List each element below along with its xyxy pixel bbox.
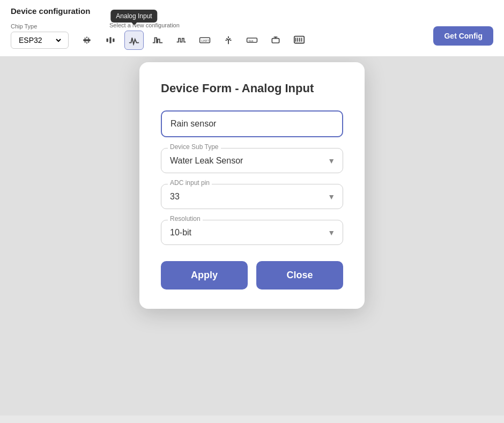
close-button[interactable]: Close xyxy=(256,261,343,290)
device-name-input[interactable] xyxy=(161,110,343,137)
svg-rect-5 xyxy=(107,39,108,42)
pulse-icon-btn[interactable] xyxy=(172,31,191,50)
svg-rect-18 xyxy=(272,39,279,43)
adc-pin-label: ADC input pin xyxy=(168,179,212,187)
config-icons-section: Select a New configuration Analog Input xyxy=(77,22,425,50)
svg-rect-1 xyxy=(85,38,86,43)
digital-icon-btn[interactable] xyxy=(101,31,120,50)
analog-input-icon-btn[interactable]: Analog Input xyxy=(124,31,144,50)
svg-text:UART: UART xyxy=(201,39,210,42)
uart-icon-btn[interactable]: UART xyxy=(195,31,214,50)
svg-rect-7 xyxy=(113,39,114,42)
svg-text:bus: bus xyxy=(249,39,254,42)
modal-card: Device Form - Analog Input Device Sub Ty… xyxy=(139,62,365,309)
sub-type-label: Device Sub Type xyxy=(168,143,221,151)
modal-overlay: Device Form - Analog Input Device Sub Ty… xyxy=(0,57,504,415)
modal-buttons: Apply Close xyxy=(161,261,343,290)
sensor-icon-btn[interactable] xyxy=(219,31,238,50)
bus-icon-btn[interactable]: bus xyxy=(242,31,262,50)
svg-rect-6 xyxy=(109,37,111,43)
adc-pin-select-wrapper: ADC input pin 33 32 34 35 36 39 ▼ xyxy=(161,184,343,209)
svg-rect-3 xyxy=(86,42,87,43)
svg-rect-4 xyxy=(88,38,90,43)
display-icon-btn[interactable] xyxy=(290,31,309,50)
resolution-group: Resolution 10-bit 12-bit 11-bit 9-bit ▼ xyxy=(161,220,343,245)
app-title: Device configuration xyxy=(11,6,493,16)
modal-title: Device Form - Analog Input xyxy=(161,81,343,95)
sub-type-select-wrapper: Device Sub Type Water Leak Sensor Moistu… xyxy=(161,148,343,173)
device-name-group xyxy=(161,110,343,137)
chip-type-section: Chip Type ESP32 ESP8266 ESP32-S2 xyxy=(11,23,69,49)
resolution-select-wrapper: Resolution 10-bit 12-bit 11-bit 9-bit ▼ xyxy=(161,220,343,245)
config-label: Select a New configuration xyxy=(109,22,425,28)
top-bar: Device configuration Chip Type ESP32 ESP… xyxy=(0,0,504,57)
config-icons: Analog Input xyxy=(77,31,425,50)
sub-type-group: Device Sub Type Water Leak Sensor Moistu… xyxy=(161,148,343,173)
servo-icon-btn[interactable] xyxy=(266,31,285,50)
apply-button[interactable]: Apply xyxy=(161,261,248,290)
chip-type-select[interactable]: ESP32 ESP8266 ESP32-S2 xyxy=(17,35,63,45)
get-config-button[interactable]: Get Config xyxy=(433,26,493,46)
main-area: Device Form - Analog Input Device Sub Ty… xyxy=(0,57,504,415)
sub-type-select[interactable]: Water Leak Sensor Moisture Sensor Flow S… xyxy=(161,149,343,173)
resolution-select[interactable]: 10-bit 12-bit 11-bit 9-bit xyxy=(161,220,343,244)
chip-type-select-wrapper[interactable]: ESP32 ESP8266 ESP32-S2 xyxy=(11,32,69,49)
top-bar-controls: Chip Type ESP32 ESP8266 ESP32-S2 Select … xyxy=(11,22,493,50)
pwm-icon-btn[interactable] xyxy=(148,31,167,50)
svg-rect-2 xyxy=(86,36,87,38)
adc-pin-group: ADC input pin 33 32 34 35 36 39 ▼ xyxy=(161,184,343,209)
chip-type-label: Chip Type xyxy=(11,23,69,29)
svg-rect-0 xyxy=(83,39,90,41)
resolution-label: Resolution xyxy=(168,215,203,222)
adc-pin-select[interactable]: 33 32 34 35 36 39 xyxy=(161,184,343,209)
gpio-icon-btn[interactable] xyxy=(77,31,97,50)
